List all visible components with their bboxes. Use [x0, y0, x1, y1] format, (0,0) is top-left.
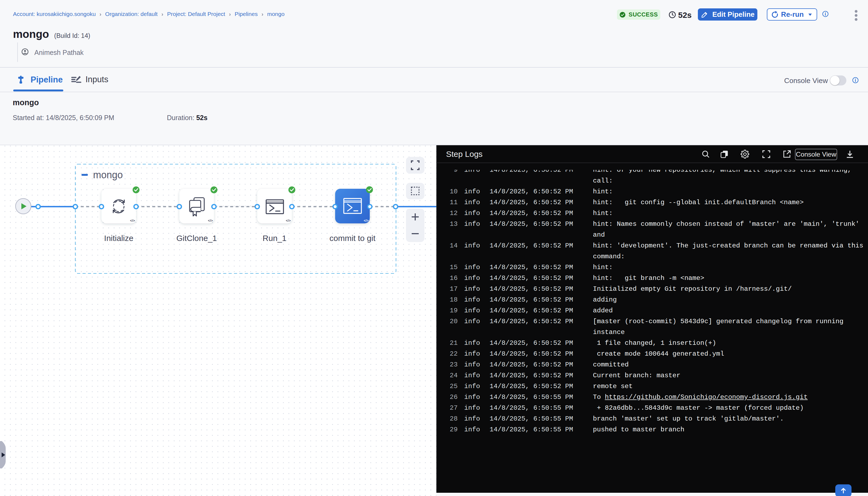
svg-text:</>: </> [286, 219, 291, 222]
svg-text:</>: </> [208, 219, 213, 222]
svg-text:mongo: mongo [93, 169, 123, 181]
svg-text:</>: </> [364, 219, 369, 222]
svg-text:Initialize: Initialize [104, 234, 133, 243]
svg-text:Run_1: Run_1 [263, 234, 286, 243]
svg-text:GitClone_1: GitClone_1 [176, 234, 217, 243]
svg-text:commit to git: commit to git [329, 234, 376, 243]
svg-text:</>: </> [130, 219, 135, 222]
